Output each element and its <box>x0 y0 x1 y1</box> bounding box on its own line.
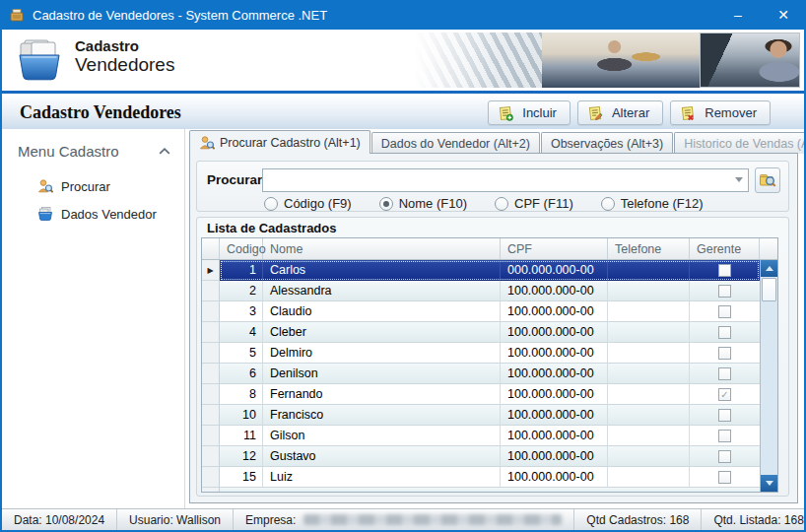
table-row[interactable]: 5Delmiro100.000.000-00 <box>202 343 760 364</box>
table-row[interactable]: 3Claudio100.000.000-00 <box>202 301 760 322</box>
cell-cpf: 100.000.000-00 <box>501 322 608 343</box>
chevron-up-icon[interactable] <box>159 147 170 156</box>
status-empresa: Empresa: <box>234 509 573 530</box>
list-group: Lista de Cadastrados CodigoNomeCPFTelefo… <box>196 217 789 497</box>
row-cells: 15Luiz100.000.000-00 <box>220 467 760 488</box>
row-cells: 10Francisco100.000.000-00 <box>220 405 760 426</box>
cell-cpf: 000.000.000-00 <box>501 260 608 281</box>
sidebar-item-procurar[interactable]: Procurar <box>2 172 184 200</box>
grid-header-cpf[interactable]: CPF <box>501 238 608 259</box>
sidebar-header[interactable]: Menu Cadastro <box>18 139 170 163</box>
gerente-checkbox[interactable] <box>718 264 731 277</box>
radio-codigo[interactable]: Código (F9) <box>264 196 352 211</box>
row-selector-cell <box>202 301 220 322</box>
cell-cpf: 100.000.000-00 <box>501 281 608 301</box>
cell-telefone <box>608 281 690 301</box>
window-controls: – ✕ <box>715 0 806 30</box>
remover-button-label: Remover <box>705 105 757 120</box>
cell-telefone <box>608 426 690 446</box>
cell-codigo: 3 <box>220 301 263 322</box>
gerente-checkbox[interactable] <box>718 326 731 339</box>
status-qtd-listada-text: Qtd. Listada: 168 <box>713 513 803 527</box>
search-input[interactable] <box>263 169 730 191</box>
grid-header-nome[interactable]: Nome <box>263 238 501 259</box>
status-empresa-label: Empresa: <box>245 513 296 527</box>
gerente-checkbox[interactable] <box>718 367 731 380</box>
scroll-down-button[interactable] <box>761 475 777 492</box>
table-row[interactable]: 11Gilson100.000.000-00 <box>202 426 760 446</box>
alterar-button[interactable]: Alterar <box>577 100 663 125</box>
tab-procurar-cadastro[interactable]: Procurar Cadastro (Alt+1) <box>189 130 370 154</box>
tab-observacoes[interactable]: Observações (Alt+3) <box>541 132 673 154</box>
gerente-checkbox[interactable] <box>718 305 731 318</box>
cell-cpf: 100.000.000-00 <box>501 405 608 426</box>
person-search-icon <box>37 178 53 194</box>
sidebar-item-label: Dados Vendedor <box>61 207 157 222</box>
row-cells <box>220 488 760 492</box>
row-cells: 3Claudio100.000.000-00 <box>220 301 760 322</box>
folder-search-icon <box>759 171 776 189</box>
radio-cpf[interactable]: CPF (F11) <box>495 196 573 211</box>
combo-dropdown-button[interactable] <box>730 169 748 191</box>
row-selector-cell <box>202 343 220 364</box>
row-cells: 6Denilson100.000.000-00 <box>220 364 760 384</box>
grid-header-codigo[interactable]: Codigo <box>220 238 263 259</box>
gerente-checkbox[interactable] <box>718 430 731 442</box>
tab-label: Procurar Cadastro (Alt+1) <box>220 136 361 150</box>
table-row[interactable]: ▶1Carlos000.000.000-00 <box>202 260 760 281</box>
cell-codigo: 10 <box>220 405 263 426</box>
search-button[interactable] <box>755 167 780 193</box>
row-cells: 8Fernando100.000.000-00✓ <box>220 384 760 405</box>
note-remove-icon <box>680 105 696 121</box>
banner-title-line2: Vendedores <box>75 54 174 76</box>
table-row[interactable]: 12Gustavo100.000.000-00 <box>202 446 760 467</box>
radio-dot-icon <box>264 197 278 211</box>
alterar-button-label: Alterar <box>612 105 649 120</box>
table-row[interactable]: 6Denilson100.000.000-00 <box>202 364 760 384</box>
tab-historico-vendas[interactable]: Historico de Vendas (Alt+4) <box>674 132 806 154</box>
table-row[interactable]: 2Alessandra100.000.000-00 <box>202 281 760 301</box>
incluir-button[interactable]: Incluir <box>488 100 571 125</box>
status-data-text: Data: 10/08/2024 <box>14 513 104 527</box>
grid-header-gerente[interactable]: Gerente <box>690 238 760 259</box>
gerente-checkbox[interactable] <box>718 347 731 360</box>
page-title: Cadastro Vendedores <box>20 102 181 123</box>
scrollbar-thumb[interactable] <box>762 278 776 301</box>
grid-header-telefone[interactable]: Telefone <box>608 238 690 259</box>
close-button[interactable]: ✕ <box>761 0 806 30</box>
row-selector-arrow-icon: ▶ <box>202 260 220 281</box>
gerente-checkbox[interactable] <box>718 450 731 463</box>
cell-nome: Francisco <box>263 405 501 426</box>
gerente-checkbox[interactable] <box>718 471 731 484</box>
radio-telefone[interactable]: Telefone (F12) <box>601 196 704 211</box>
tab-dados-vendedor[interactable]: Dados do Vendedor (Alt+2) <box>371 132 540 154</box>
cell-gerente <box>690 467 760 488</box>
tab-panel-procurar-cadastro: Procurar: Código ( <box>189 153 798 503</box>
table-row[interactable]: 10Francisco100.000.000-00 <box>202 405 760 426</box>
cell-nome: Luiz <box>263 467 501 488</box>
search-group: Procurar: Código ( <box>196 161 789 212</box>
scroll-up-button[interactable] <box>761 260 777 277</box>
vertical-scrollbar[interactable] <box>760 260 777 492</box>
cell-cpf: 100.000.000-00 <box>501 384 608 405</box>
cell-cpf: 100.000.000-00 <box>501 364 608 384</box>
radio-nome[interactable]: Nome (F10) <box>379 196 467 211</box>
remover-button[interactable]: Remover <box>670 100 771 125</box>
table-row[interactable]: 8Fernando100.000.000-00✓ <box>202 384 760 405</box>
cell-nome: Gilson <box>263 426 501 446</box>
cell-nome: Gustavo <box>263 446 501 467</box>
gerente-checkbox[interactable]: ✓ <box>718 388 731 401</box>
table-row[interactable]: 15Luiz100.000.000-00 <box>202 467 760 488</box>
row-selector-cell <box>202 384 220 405</box>
cell-cpf: 100.000.000-00 <box>501 446 608 467</box>
cell-cpf: 100.000.000-00 <box>501 343 608 364</box>
minimize-button[interactable]: – <box>715 0 761 30</box>
sidebar-item-dados-vendedor[interactable]: Dados Vendedor <box>2 200 184 228</box>
table-row[interactable]: 4Cleber100.000.000-00 <box>202 322 760 343</box>
cell-codigo: 12 <box>220 446 263 467</box>
incluir-button-label: Incluir <box>522 105 557 120</box>
gerente-checkbox[interactable] <box>718 409 731 422</box>
tab-label: Dados do Vendedor (Alt+2) <box>381 137 530 151</box>
gerente-checkbox[interactable] <box>718 285 731 298</box>
cell-gerente <box>690 446 760 467</box>
